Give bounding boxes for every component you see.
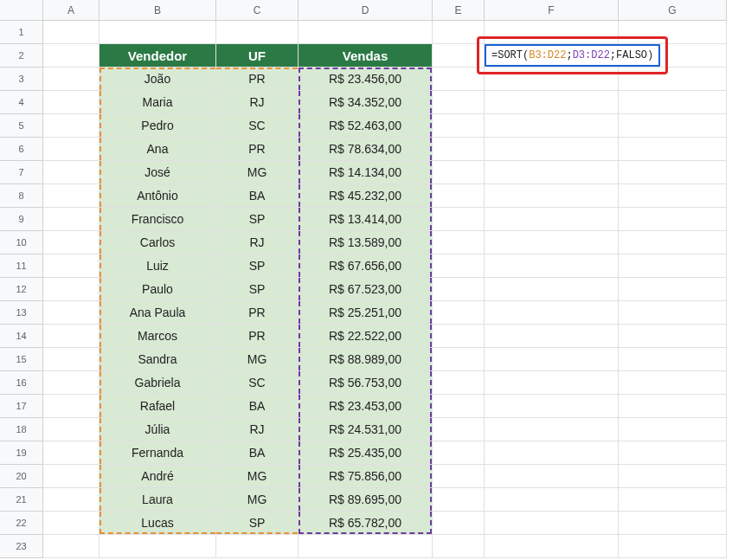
cell-B10[interactable]: Carlos (100, 231, 216, 254)
cell-A8[interactable] (43, 184, 100, 208)
cell-D20[interactable]: R$ 75.856,00 (299, 465, 433, 488)
cell-F3[interactable] (485, 68, 619, 91)
cell-E7[interactable] (433, 161, 485, 184)
col-header-A[interactable]: A (43, 0, 100, 21)
cell-A19[interactable] (43, 441, 100, 465)
cell-G11[interactable] (619, 254, 727, 278)
cell-G18[interactable] (619, 418, 727, 441)
cell-B9[interactable]: Francisco (100, 208, 216, 231)
cell-G20[interactable] (619, 465, 727, 488)
cell-E22[interactable] (433, 512, 485, 535)
cell-B21[interactable]: Laura (100, 488, 216, 512)
cell-G22[interactable] (619, 512, 727, 535)
cell-E23[interactable] (433, 535, 485, 558)
cell-G3[interactable] (619, 68, 727, 91)
row-header-15[interactable]: 15 (0, 348, 43, 371)
cell-E17[interactable] (433, 395, 485, 418)
cell-F21[interactable] (485, 488, 619, 512)
cell-D3[interactable]: R$ 23.456,00 (299, 68, 433, 91)
cell-C5[interactable]: SC (216, 114, 299, 138)
cell-C6[interactable]: PR (216, 138, 299, 161)
cell-F2[interactable]: =SORT(B3:D22;D3:D22;FALSO) (485, 44, 619, 68)
select-all-corner[interactable] (0, 0, 43, 21)
cell-D23[interactable] (299, 535, 433, 558)
cell-E4[interactable] (433, 91, 485, 114)
row-header-7[interactable]: 7 (0, 161, 43, 184)
cell-E10[interactable] (433, 231, 485, 254)
row-header-20[interactable]: 20 (0, 465, 43, 488)
cell-A20[interactable] (43, 465, 100, 488)
cell-E11[interactable] (433, 254, 485, 278)
cell-D6[interactable]: R$ 78.634,00 (299, 138, 433, 161)
cell-D1[interactable] (299, 21, 433, 44)
cell-F10[interactable] (485, 231, 619, 254)
col-header-G[interactable]: G (619, 0, 727, 21)
cell-E14[interactable] (433, 325, 485, 348)
row-header-5[interactable]: 5 (0, 114, 43, 138)
cell-A22[interactable] (43, 512, 100, 535)
cell-F14[interactable] (485, 325, 619, 348)
cell-G6[interactable] (619, 138, 727, 161)
cell-C13[interactable]: PR (216, 301, 299, 325)
cell-E18[interactable] (433, 418, 485, 441)
cell-F13[interactable] (485, 301, 619, 325)
cell-F4[interactable] (485, 91, 619, 114)
cell-G8[interactable] (619, 184, 727, 208)
cell-C23[interactable] (216, 535, 299, 558)
row-header-18[interactable]: 18 (0, 418, 43, 441)
cell-D13[interactable]: R$ 25.251,00 (299, 301, 433, 325)
cell-E9[interactable] (433, 208, 485, 231)
row-header-12[interactable]: 12 (0, 278, 43, 301)
cell-F12[interactable] (485, 278, 619, 301)
cell-A15[interactable] (43, 348, 100, 371)
cell-B20[interactable]: André (100, 465, 216, 488)
cell-A23[interactable] (43, 535, 100, 558)
row-header-6[interactable]: 6 (0, 138, 43, 161)
cell-A11[interactable] (43, 254, 100, 278)
col-header-C[interactable]: C (216, 0, 299, 21)
cell-A21[interactable] (43, 488, 100, 512)
row-header-16[interactable]: 16 (0, 371, 43, 395)
cell-B3[interactable]: João (100, 68, 216, 91)
cell-E15[interactable] (433, 348, 485, 371)
col-header-B[interactable]: B (100, 0, 216, 21)
cell-E16[interactable] (433, 371, 485, 395)
cell-C15[interactable]: MG (216, 348, 299, 371)
col-header-E[interactable]: E (433, 0, 485, 21)
cell-F7[interactable] (485, 161, 619, 184)
cell-B18[interactable]: Júlia (100, 418, 216, 441)
cell-D15[interactable]: R$ 88.989,00 (299, 348, 433, 371)
cell-B4[interactable]: Maria (100, 91, 216, 114)
cell-C12[interactable]: SP (216, 278, 299, 301)
cell-C20[interactable]: MG (216, 465, 299, 488)
cell-C10[interactable]: RJ (216, 231, 299, 254)
cell-D22[interactable]: R$ 65.782,00 (299, 512, 433, 535)
row-header-17[interactable]: 17 (0, 395, 43, 418)
cell-B6[interactable]: Ana (100, 138, 216, 161)
cell-G9[interactable] (619, 208, 727, 231)
cell-D11[interactable]: R$ 67.656,00 (299, 254, 433, 278)
cell-C7[interactable]: MG (216, 161, 299, 184)
cell-F17[interactable] (485, 395, 619, 418)
cell-B1[interactable] (100, 21, 216, 44)
cell-C9[interactable]: SP (216, 208, 299, 231)
cell-G23[interactable] (619, 535, 727, 558)
cell-B22[interactable]: Lucas (100, 512, 216, 535)
cell-A6[interactable] (43, 138, 100, 161)
cell-B5[interactable]: Pedro (100, 114, 216, 138)
cell-E2[interactable] (433, 44, 485, 68)
cell-G5[interactable] (619, 114, 727, 138)
cell-G17[interactable] (619, 395, 727, 418)
cell-A10[interactable] (43, 231, 100, 254)
cell-A18[interactable] (43, 418, 100, 441)
cell-C22[interactable]: SP (216, 512, 299, 535)
cell-B15[interactable]: Sandra (100, 348, 216, 371)
cell-C19[interactable]: BA (216, 441, 299, 465)
cell-A1[interactable] (43, 21, 100, 44)
cell-E12[interactable] (433, 278, 485, 301)
cell-D4[interactable]: R$ 34.352,00 (299, 91, 433, 114)
cell-F5[interactable] (485, 114, 619, 138)
cell-F23[interactable] (485, 535, 619, 558)
cell-F6[interactable] (485, 138, 619, 161)
cell-C3[interactable]: PR (216, 68, 299, 91)
